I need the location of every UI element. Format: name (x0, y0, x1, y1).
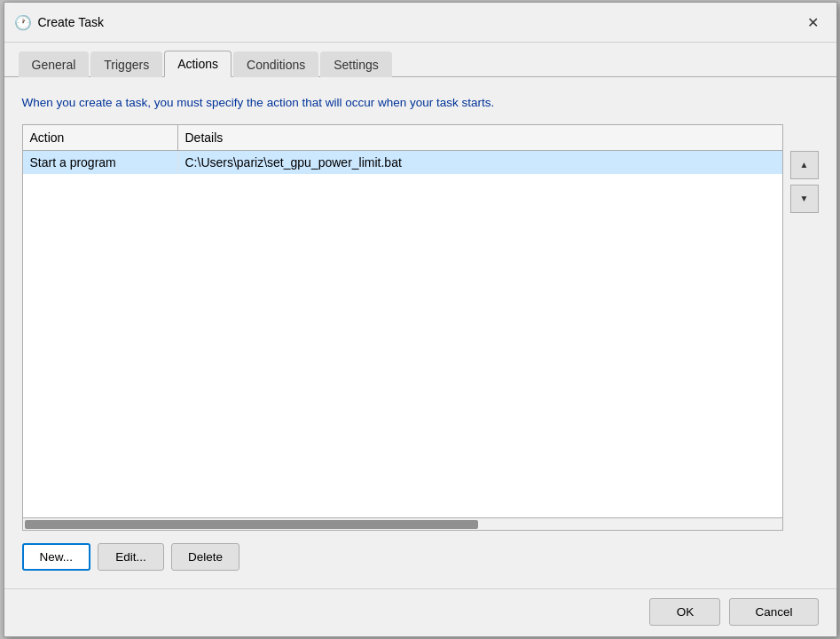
column-header-details: Details (178, 125, 782, 150)
title-bar: 🕐 Create Task ✕ (4, 3, 836, 43)
tab-bar: General Triggers Actions Conditions Sett… (4, 43, 836, 77)
footer: OK Cancel (4, 588, 836, 636)
main-content: When you create a task, you must specify… (4, 77, 836, 588)
table-body[interactable]: Start a program C:\Users\pariz\set_gpu_p… (23, 151, 782, 517)
ok-button[interactable]: OK (649, 598, 720, 626)
clock-icon: 🕐 (15, 14, 31, 30)
actions-table: Action Details Start a program C:\Users\… (22, 124, 783, 531)
info-text: When you create a task, you must specify… (22, 95, 819, 112)
tab-actions[interactable]: Actions (164, 51, 232, 77)
close-button[interactable]: ✕ (801, 10, 826, 35)
title-bar-left: 🕐 Create Task (15, 14, 104, 30)
table-area: Action Details Start a program C:\Users\… (22, 124, 819, 531)
side-buttons: ▲ ▼ (790, 124, 819, 531)
dialog-title: Create Task (38, 15, 104, 29)
scrollbar-thumb (25, 520, 478, 529)
tab-settings[interactable]: Settings (320, 51, 392, 77)
table-row[interactable]: Start a program C:\Users\pariz\set_gpu_p… (23, 151, 782, 174)
create-task-dialog: 🕐 Create Task ✕ General Triggers Actions… (4, 2, 837, 637)
table-header: Action Details (23, 125, 782, 151)
tab-conditions[interactable]: Conditions (233, 51, 318, 77)
delete-button[interactable]: Delete (171, 543, 239, 571)
tab-general[interactable]: General (19, 51, 90, 77)
move-up-button[interactable]: ▲ (790, 151, 819, 179)
cancel-button[interactable]: Cancel (729, 598, 818, 626)
action-buttons: New... Edit... Delete (22, 543, 819, 574)
edit-button[interactable]: Edit... (98, 543, 164, 571)
move-down-button[interactable]: ▼ (790, 185, 819, 213)
row-action-cell: Start a program (23, 151, 178, 174)
row-details-cell: C:\Users\pariz\set_gpu_power_limit.bat (178, 151, 782, 174)
column-header-action: Action (23, 125, 178, 150)
horizontal-scrollbar[interactable] (23, 517, 782, 530)
new-button[interactable]: New... (22, 543, 91, 571)
tab-triggers[interactable]: Triggers (90, 51, 162, 77)
